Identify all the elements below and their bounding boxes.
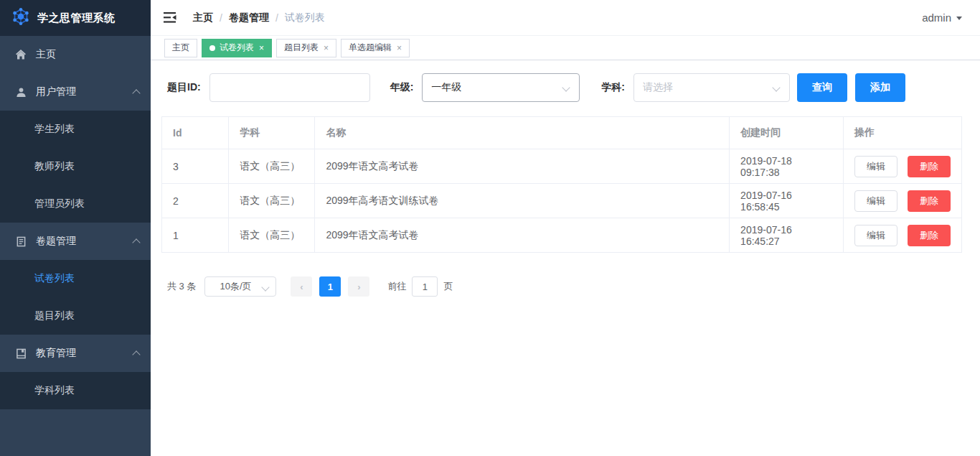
breadcrumb-exam-management[interactable]: 卷题管理 — [229, 11, 269, 24]
delete-button[interactable]: 删除 — [908, 156, 951, 177]
question-id-input[interactable] — [209, 73, 370, 102]
tab-single-choice-edit[interactable]: 单选题编辑 × — [341, 39, 410, 57]
subject-select-placeholder: 请选择 — [643, 81, 673, 94]
column-header-id: Id — [162, 117, 229, 149]
grade-select-value: 一年级 — [431, 81, 461, 94]
main-area: 主页 / 卷题管理 / 试卷列表 admin 主页 试卷列表 × 题目列表 × … — [151, 0, 980, 456]
breadcrumb: 主页 / 卷题管理 / 试卷列表 — [193, 11, 325, 24]
current-page-button[interactable]: 1 — [319, 276, 341, 297]
column-header-subject: 学科 — [229, 117, 315, 149]
close-icon[interactable]: × — [324, 44, 329, 52]
sidebar-item-teacher-list[interactable]: 教师列表 — [0, 148, 151, 185]
page-size-value: 10条/页 — [220, 280, 251, 293]
tab-label: 单选题编辑 — [349, 42, 392, 54]
sidebar: 学之思管理系统 主页 用户管理 学生列表 教师列表 管理员列表 — [0, 0, 151, 456]
cell-created: 2019-07-16 16:45:27 — [730, 218, 844, 253]
column-header-name: 名称 — [315, 117, 730, 149]
cell-subject: 语文（高三） — [229, 184, 315, 218]
sidebar-item-subject-list[interactable]: 学科列表 — [0, 372, 151, 409]
subject-label: 学科: — [601, 81, 625, 94]
edit-button[interactable]: 编辑 — [854, 225, 897, 246]
edit-button[interactable]: 编辑 — [854, 156, 897, 177]
column-header-created: 创建时间 — [730, 117, 844, 149]
page-size-select[interactable]: 10条/页 — [204, 276, 276, 297]
paper-table: Id 学科 名称 创建时间 操作 3 语文（高三） 2099年语文高考试卷 20… — [161, 116, 962, 253]
breadcrumb-current: 试卷列表 — [285, 11, 325, 24]
grade-label: 年级: — [390, 81, 414, 94]
next-page-button[interactable]: › — [348, 276, 369, 297]
close-icon[interactable]: × — [397, 44, 402, 52]
app-logo-icon — [11, 7, 30, 29]
tab-label: 题目列表 — [284, 42, 319, 54]
user-dropdown[interactable]: admin — [922, 11, 962, 24]
sidebar-item-label: 主页 — [36, 48, 139, 61]
sidebar-submenu-education: 学科列表 — [0, 372, 151, 409]
sidebar-item-student-list[interactable]: 学生列表 — [0, 111, 151, 148]
delete-button[interactable]: 删除 — [908, 190, 951, 212]
tab-home[interactable]: 主页 — [164, 39, 197, 57]
app-logo-bar: 学之思管理系统 — [0, 0, 151, 36]
sidebar-group-users[interactable]: 用户管理 — [0, 73, 151, 111]
sidebar-group-education[interactable]: 教育管理 — [0, 335, 151, 372]
caret-down-icon — [956, 17, 962, 23]
chevron-up-icon — [132, 350, 140, 358]
pagination-total: 共 3 条 — [167, 280, 196, 293]
table-row: 1 语文（高三） 2099年语文高考试卷 2019-07-16 16:45:27… — [162, 218, 962, 253]
table-header-row: Id 学科 名称 创建时间 操作 — [162, 117, 962, 149]
content: 题目ID: 年级: 一年级 学科: 请选择 查询 添加 Id 学科 — [151, 60, 980, 297]
breadcrumb-separator: / — [220, 12, 222, 24]
table-row: 3 语文（高三） 2099年语文高考试卷 2019-07-18 09:17:38… — [162, 149, 962, 184]
app-title: 学之思管理系统 — [37, 11, 116, 25]
question-id-label: 题目ID: — [167, 81, 201, 94]
cell-id: 3 — [162, 149, 229, 184]
tab-paper-list[interactable]: 试卷列表 × — [202, 39, 272, 57]
search-button[interactable]: 查询 — [797, 73, 847, 102]
book-icon — [14, 348, 27, 359]
column-header-actions: 操作 — [844, 117, 962, 149]
user-icon — [14, 87, 27, 98]
tab-question-list[interactable]: 题目列表 × — [276, 39, 336, 57]
sidebar-collapse-icon[interactable] — [164, 11, 177, 24]
tab-bar: 主页 试卷列表 × 题目列表 × 单选题编辑 × — [151, 36, 980, 60]
cell-subject: 语文（高三） — [229, 149, 315, 184]
cell-subject: 语文（高三） — [229, 218, 315, 253]
chevron-down-icon — [562, 83, 570, 91]
chevron-down-icon — [262, 283, 270, 291]
edit-button[interactable]: 编辑 — [854, 190, 897, 212]
filter-bar: 题目ID: 年级: 一年级 学科: 请选择 查询 添加 — [161, 73, 962, 102]
close-icon[interactable]: × — [259, 44, 264, 52]
cell-created: 2019-07-18 09:17:38 — [730, 149, 844, 184]
sidebar-submenu-users: 学生列表 教师列表 管理员列表 — [0, 111, 151, 223]
cell-id: 2 — [162, 184, 229, 218]
sidebar-group-exams[interactable]: 卷题管理 — [0, 223, 151, 260]
add-button[interactable]: 添加 — [855, 73, 905, 102]
table-row: 2 语文（高三） 2099年高考语文训练试卷 2019-07-16 16:58:… — [162, 184, 962, 218]
goto-page-input[interactable] — [412, 276, 438, 297]
cell-created: 2019-07-16 16:58:45 — [730, 184, 844, 218]
pagination: 共 3 条 10条/页 ‹ 1 › 前往 页 — [161, 276, 962, 297]
grade-select[interactable]: 一年级 — [422, 73, 580, 102]
tab-label: 主页 — [172, 42, 189, 54]
sidebar-group-label: 教育管理 — [36, 347, 133, 360]
sidebar-item-admin-list[interactable]: 管理员列表 — [0, 185, 151, 223]
delete-button[interactable]: 删除 — [908, 225, 951, 246]
breadcrumb-separator: / — [275, 12, 278, 24]
goto-label: 前往 — [387, 280, 406, 293]
subject-select[interactable]: 请选择 — [633, 73, 790, 102]
breadcrumb-home[interactable]: 主页 — [193, 11, 213, 24]
document-icon — [14, 236, 27, 247]
navbar: 主页 / 卷题管理 / 试卷列表 admin — [151, 0, 980, 36]
sidebar-group-label: 卷题管理 — [36, 235, 133, 248]
prev-page-button[interactable]: ‹ — [291, 276, 312, 297]
chevron-up-icon — [132, 89, 140, 97]
home-icon — [14, 49, 27, 60]
chevron-down-icon — [772, 83, 780, 91]
user-name: admin — [922, 11, 951, 24]
sidebar-group-label: 用户管理 — [36, 85, 133, 98]
sidebar-item-question-list[interactable]: 题目列表 — [0, 297, 151, 335]
cell-id: 1 — [162, 218, 229, 253]
sidebar-item-paper-list[interactable]: 试卷列表 — [0, 260, 151, 297]
chevron-up-icon — [132, 238, 140, 246]
sidebar-submenu-exams: 试卷列表 题目列表 — [0, 260, 151, 335]
sidebar-item-home[interactable]: 主页 — [0, 36, 151, 73]
